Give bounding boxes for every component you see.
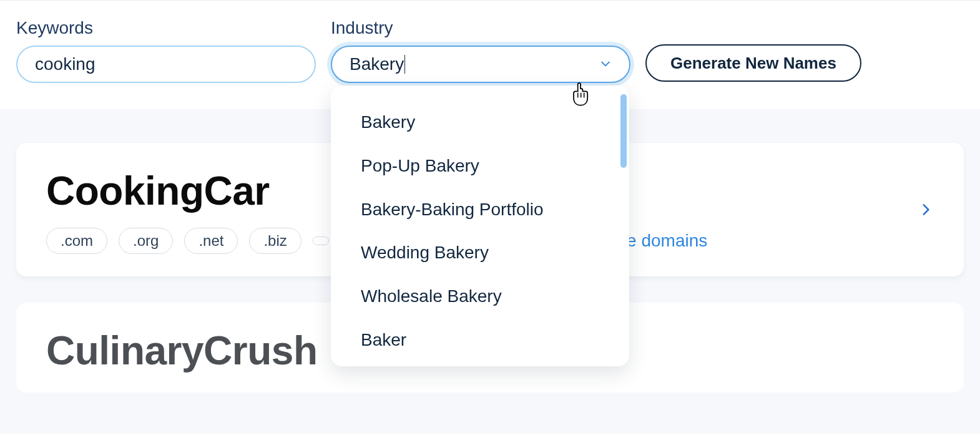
dropdown-option-wedding-bakery[interactable]: Wedding Bakery: [331, 231, 629, 275]
generate-names-button[interactable]: Generate New Names: [645, 44, 861, 82]
arrow-right-icon: [918, 202, 934, 220]
domain-chip-org[interactable]: .org: [119, 228, 173, 254]
keywords-field-group: Keywords: [16, 18, 316, 83]
industry-field-group: Industry Bakery Bakery Pop-Up Bakery Bak…: [331, 18, 630, 83]
domain-chip-biz[interactable]: .biz: [249, 228, 301, 254]
domain-chip-com[interactable]: .com: [46, 228, 107, 254]
dropdown-option-bakery[interactable]: Bakery: [331, 100, 629, 144]
search-form: Keywords Industry Bakery Bakery Pop-Up B…: [0, 1, 980, 109]
text-cursor: [404, 55, 405, 74]
chevron-down-icon: [599, 54, 612, 74]
industry-label: Industry: [331, 18, 630, 38]
dropdown-scrollbar[interactable]: [620, 94, 627, 168]
dropdown-option-bakery-baking-portfolio[interactable]: Bakery-Baking Portfolio: [331, 188, 629, 231]
domain-chip-net[interactable]: .net: [184, 228, 238, 254]
industry-select[interactable]: Bakery: [331, 46, 630, 83]
keywords-label: Keywords: [16, 18, 316, 38]
keywords-input[interactable]: [16, 46, 316, 83]
dropdown-option-wholesale-bakery[interactable]: Wholesale Bakery: [331, 275, 629, 318]
dropdown-option-popup-bakery[interactable]: Pop-Up Bakery: [331, 144, 629, 188]
industry-selected-value: Bakery: [350, 54, 404, 74]
domain-chip-partial[interactable]: [313, 236, 329, 245]
more-domains-link[interactable]: re domains: [621, 231, 708, 251]
industry-dropdown: Bakery Pop-Up Bakery Bakery-Baking Portf…: [331, 85, 629, 366]
dropdown-option-baker[interactable]: Baker: [331, 318, 629, 352]
